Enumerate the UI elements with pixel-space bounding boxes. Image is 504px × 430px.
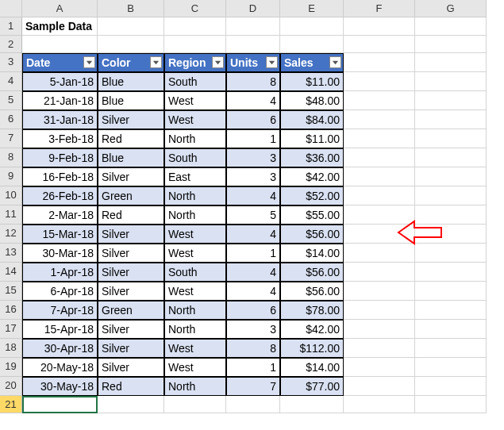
cell-blank[interactable] — [344, 36, 415, 53]
table-header-units[interactable]: Units — [226, 53, 280, 72]
cell-blank[interactable] — [280, 17, 344, 36]
table-cell-units[interactable]: 4 — [226, 282, 280, 301]
cell-blank[interactable] — [344, 53, 415, 72]
table-cell-region[interactable]: North — [164, 320, 226, 339]
cell-blank[interactable] — [415, 36, 487, 53]
table-cell-region[interactable]: North — [164, 186, 226, 205]
cell-blank[interactable] — [415, 320, 487, 339]
table-cell-sales[interactable]: $56.00 — [280, 225, 344, 244]
table-cell-date[interactable]: 26-Feb-18 — [22, 186, 98, 205]
row-header-11[interactable]: 11 — [0, 205, 22, 225]
cell-blank[interactable] — [344, 167, 415, 186]
table-cell-date[interactable]: 30-Mar-18 — [22, 244, 98, 263]
table-cell-sales[interactable]: $14.00 — [280, 358, 344, 377]
cell-blank[interactable] — [280, 396, 344, 413]
cell-blank[interactable] — [344, 396, 415, 413]
table-cell-units[interactable]: 4 — [226, 225, 280, 244]
table-cell-sales[interactable]: $55.00 — [280, 205, 344, 225]
cell-blank[interactable] — [344, 110, 415, 129]
title-cell[interactable]: Sample Data — [22, 17, 98, 36]
cell-blank[interactable] — [415, 148, 487, 167]
table-cell-region[interactable]: West — [164, 110, 226, 129]
table-cell-color[interactable]: Silver — [98, 167, 164, 186]
cell-blank[interactable] — [415, 167, 487, 186]
cell-blank[interactable] — [344, 129, 415, 148]
cell-blank[interactable] — [98, 17, 164, 36]
col-header-C[interactable]: C — [164, 0, 226, 17]
table-cell-sales[interactable]: $48.00 — [280, 91, 344, 110]
cell-blank[interactable] — [98, 396, 164, 413]
table-cell-units[interactable]: 6 — [226, 301, 280, 320]
cell-blank[interactable] — [22, 36, 98, 53]
table-cell-color[interactable]: Green — [98, 301, 164, 320]
table-cell-region[interactable]: West — [164, 225, 226, 244]
table-cell-sales[interactable]: $56.00 — [280, 282, 344, 301]
table-cell-color[interactable]: Blue — [98, 72, 164, 91]
cell-blank[interactable] — [415, 205, 487, 225]
table-cell-color[interactable]: Silver — [98, 339, 164, 358]
table-cell-units[interactable]: 1 — [226, 129, 280, 148]
cell-blank[interactable] — [344, 301, 415, 320]
table-cell-region[interactable]: South — [164, 72, 226, 91]
cell-blank[interactable] — [344, 358, 415, 377]
cell-blank[interactable] — [415, 110, 487, 129]
filter-dropdown-icon[interactable] — [266, 56, 278, 68]
table-cell-date[interactable]: 9-Feb-18 — [22, 148, 98, 167]
cell-blank[interactable] — [164, 17, 226, 36]
table-header-sales[interactable]: Sales — [280, 53, 344, 72]
table-cell-units[interactable]: 4 — [226, 91, 280, 110]
table-cell-units[interactable]: 5 — [226, 205, 280, 225]
table-cell-region[interactable]: North — [164, 301, 226, 320]
cell-blank[interactable] — [415, 17, 487, 36]
cell-blank[interactable] — [226, 36, 280, 53]
table-cell-units[interactable]: 3 — [226, 320, 280, 339]
row-header-12[interactable]: 12 — [0, 225, 22, 244]
table-cell-color[interactable]: Blue — [98, 148, 164, 167]
row-header-19[interactable]: 19 — [0, 358, 22, 377]
table-cell-region[interactable]: East — [164, 167, 226, 186]
cell-blank[interactable] — [344, 244, 415, 263]
cell-blank[interactable] — [415, 129, 487, 148]
cell-blank[interactable] — [164, 396, 226, 413]
cell-blank[interactable] — [415, 282, 487, 301]
table-cell-date[interactable]: 15-Mar-18 — [22, 225, 98, 244]
table-cell-date[interactable]: 30-May-18 — [22, 377, 98, 396]
cell-blank[interactable] — [226, 396, 280, 413]
col-header-G[interactable]: G — [415, 0, 487, 17]
table-cell-units[interactable]: 1 — [226, 358, 280, 377]
filter-dropdown-icon[interactable] — [212, 56, 224, 68]
cell-blank[interactable] — [98, 36, 164, 53]
table-cell-units[interactable]: 4 — [226, 263, 280, 282]
table-cell-color[interactable]: Green — [98, 186, 164, 205]
table-cell-units[interactable]: 4 — [226, 186, 280, 205]
table-cell-date[interactable]: 2-Mar-18 — [22, 205, 98, 225]
row-header-16[interactable]: 16 — [0, 301, 22, 320]
row-header-21[interactable]: 21 — [0, 396, 22, 413]
cell-blank[interactable] — [344, 263, 415, 282]
table-cell-units[interactable]: 6 — [226, 110, 280, 129]
row-header-17[interactable]: 17 — [0, 320, 22, 339]
table-header-date[interactable]: Date — [22, 53, 98, 72]
table-cell-color[interactable]: Red — [98, 205, 164, 225]
table-cell-region[interactable]: West — [164, 244, 226, 263]
filter-dropdown-icon[interactable] — [83, 56, 95, 68]
cell-blank[interactable] — [344, 339, 415, 358]
col-header-F[interactable]: F — [344, 0, 415, 17]
table-cell-date[interactable]: 20-May-18 — [22, 358, 98, 377]
row-header-6[interactable]: 6 — [0, 110, 22, 129]
table-cell-region[interactable]: West — [164, 339, 226, 358]
cell-blank[interactable] — [344, 225, 415, 244]
table-cell-sales[interactable]: $11.00 — [280, 129, 344, 148]
col-header-A[interactable]: A — [22, 0, 98, 17]
cell-blank[interactable] — [344, 72, 415, 91]
table-header-region[interactable]: Region — [164, 53, 226, 72]
row-header-18[interactable]: 18 — [0, 339, 22, 358]
table-cell-sales[interactable]: $42.00 — [280, 320, 344, 339]
table-cell-region[interactable]: West — [164, 358, 226, 377]
cell-blank[interactable] — [344, 17, 415, 36]
table-cell-color[interactable]: Silver — [98, 244, 164, 263]
cell-blank[interactable] — [344, 186, 415, 205]
table-cell-units[interactable]: 3 — [226, 167, 280, 186]
table-cell-color[interactable]: Silver — [98, 225, 164, 244]
cell-blank[interactable] — [164, 36, 226, 53]
